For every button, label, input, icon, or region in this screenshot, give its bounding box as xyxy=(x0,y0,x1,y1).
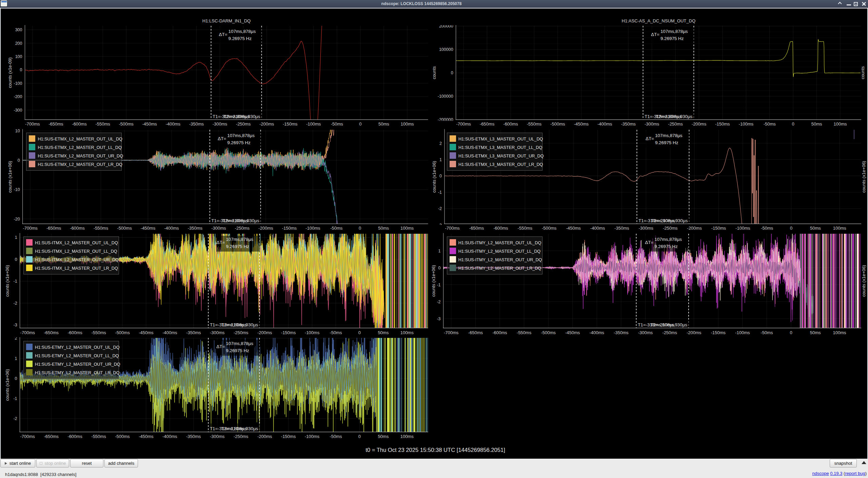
svg-text:-2: -2 xyxy=(438,206,442,211)
svg-text:counts (x1e+06): counts (x1e+06) xyxy=(5,369,10,401)
svg-text:0: 0 xyxy=(20,68,22,72)
svg-text:-650ms: -650ms xyxy=(46,226,61,231)
svg-text:-650ms: -650ms xyxy=(44,330,59,335)
svg-text:T2=-210ms,930µs: T2=-210ms,930µs xyxy=(656,114,693,119)
svg-text:-550ms: -550ms xyxy=(517,330,532,335)
svg-text:-20: -20 xyxy=(14,217,20,222)
svg-text:-150ms: -150ms xyxy=(711,330,726,335)
svg-text:-100ms: -100ms xyxy=(739,121,754,127)
svg-text:10: 10 xyxy=(15,129,20,133)
svg-text:-650ms: -650ms xyxy=(468,330,483,335)
svg-text:200: 200 xyxy=(15,41,22,46)
svg-text:-150ms: -150ms xyxy=(715,121,730,127)
svg-text:-400ms: -400ms xyxy=(166,121,181,127)
svg-text:H1:ASC-AS_A_DC_NSUM_OUT_DQ: H1:ASC-AS_A_DC_NSUM_OUT_DQ xyxy=(622,18,695,23)
svg-text:-700ms: -700ms xyxy=(456,121,471,127)
svg-text:-550ms: -550ms xyxy=(94,226,108,231)
svg-text:ΔT=: ΔT= xyxy=(216,344,225,349)
svg-text:50ms: 50ms xyxy=(810,226,821,231)
svg-text:-550ms: -550ms xyxy=(91,434,106,439)
svg-text:-300: -300 xyxy=(14,108,22,113)
svg-text:-200ms: -200ms xyxy=(258,226,273,231)
svg-text:0: 0 xyxy=(438,266,441,270)
svg-text:-50ms: -50ms xyxy=(764,121,776,127)
svg-text:-550ms: -550ms xyxy=(518,226,533,231)
svg-text:100ms: 100ms xyxy=(833,226,847,231)
svg-text:-600ms: -600ms xyxy=(493,226,508,231)
svg-text:-2: -2 xyxy=(13,301,17,306)
svg-text:100ms: 100ms xyxy=(834,121,847,127)
svg-text:-250ms: -250ms xyxy=(663,226,678,231)
svg-text:100ms: 100ms xyxy=(400,434,414,439)
svg-text:-450ms: -450ms xyxy=(139,434,154,439)
svg-text:-1: -1 xyxy=(13,279,17,284)
svg-text:-450ms: -450ms xyxy=(139,330,154,335)
svg-text:counts (x1e+06): counts (x1e+06) xyxy=(861,161,866,193)
svg-text:9.26975 Hz: 9.26975 Hz xyxy=(654,244,678,249)
svg-text:107ms,878µs: 107ms,878µs xyxy=(660,29,688,34)
svg-text:0: 0 xyxy=(792,121,794,127)
svg-text:-550ms: -550ms xyxy=(527,121,542,127)
svg-text:ΔT=: ΔT= xyxy=(651,32,659,37)
svg-text:50ms: 50ms xyxy=(378,226,389,231)
svg-text:0: 0 xyxy=(359,226,361,231)
svg-text:107ms,878µs: 107ms,878µs xyxy=(226,341,253,346)
svg-text:-150ms: -150ms xyxy=(283,121,298,127)
svg-text:-300ms: -300ms xyxy=(645,121,659,127)
svg-text:50ms: 50ms xyxy=(810,330,821,335)
svg-text:-500ms: -500ms xyxy=(542,226,557,231)
svg-text:-450ms: -450ms xyxy=(142,121,157,127)
svg-text:-1: -1 xyxy=(13,396,17,401)
svg-text:-150ms: -150ms xyxy=(281,330,296,335)
svg-text:-100ms: -100ms xyxy=(305,226,320,231)
svg-text:0: 0 xyxy=(451,71,453,75)
svg-text:100ms: 100ms xyxy=(833,330,847,335)
svg-text:-700ms: -700ms xyxy=(20,330,35,335)
svg-text:9.26975 Hz: 9.26975 Hz xyxy=(226,244,249,249)
svg-text:-200ms: -200ms xyxy=(687,330,702,335)
svg-text:-300ms: -300ms xyxy=(213,121,228,127)
svg-text:107ms,878µs: 107ms,878µs xyxy=(654,237,682,242)
svg-text:-350ms: -350ms xyxy=(186,434,201,439)
svg-text:-700ms: -700ms xyxy=(23,226,38,231)
svg-text:9.26975 Hz: 9.26975 Hz xyxy=(227,140,251,145)
svg-text:H1:LSC-DARM_IN1_DQ: H1:LSC-DARM_IN1_DQ xyxy=(202,18,251,23)
svg-text:107ms,878µs: 107ms,878µs xyxy=(655,133,683,138)
svg-text:-250ms: -250ms xyxy=(662,330,677,335)
svg-text:-400ms: -400ms xyxy=(590,226,605,231)
svg-text:-600ms: -600ms xyxy=(72,121,87,127)
svg-text:0: 0 xyxy=(15,257,17,262)
svg-text:-650ms: -650ms xyxy=(469,226,484,231)
svg-text:-150ms: -150ms xyxy=(282,226,297,231)
svg-text:-200ms: -200ms xyxy=(257,330,272,335)
svg-text:0: 0 xyxy=(359,121,361,127)
svg-text:-200ms: -200ms xyxy=(259,121,274,127)
svg-text:-450ms: -450ms xyxy=(141,226,156,231)
svg-text:-550ms: -550ms xyxy=(91,330,106,335)
svg-text:counts (x1e+06): counts (x1e+06) xyxy=(432,161,437,193)
svg-text:-450ms: -450ms xyxy=(566,226,581,231)
svg-text:-250ms: -250ms xyxy=(236,121,251,127)
svg-text:counts (x1e+06): counts (x1e+06) xyxy=(861,265,866,297)
svg-text:-100ms: -100ms xyxy=(735,226,750,231)
svg-text:0: 0 xyxy=(790,330,792,335)
svg-text:-400ms: -400ms xyxy=(164,226,179,231)
svg-text:t0 = Thu Oct 23 2025 15:50:38: t0 = Thu Oct 23 2025 15:50:38 UTC [14452… xyxy=(366,447,505,453)
svg-text:0: 0 xyxy=(790,226,792,231)
svg-text:-400ms: -400ms xyxy=(162,434,177,439)
svg-text:-50ms: -50ms xyxy=(330,226,343,231)
svg-text:-400ms: -400ms xyxy=(597,121,612,127)
svg-text:counts (x1e+06): counts (x1e+06) xyxy=(5,265,10,297)
svg-text:9.26975 Hz: 9.26975 Hz xyxy=(226,348,249,353)
svg-text:100000: 100000 xyxy=(439,47,453,52)
svg-text:-100ms: -100ms xyxy=(305,330,320,335)
svg-text:-700ms: -700ms xyxy=(445,226,460,231)
svg-text:-1: -1 xyxy=(438,190,442,195)
svg-text:-100ms: -100ms xyxy=(305,434,320,439)
svg-text:-550ms: -550ms xyxy=(95,121,110,127)
svg-text:300: 300 xyxy=(15,27,22,32)
svg-text:-500ms: -500ms xyxy=(115,434,130,439)
svg-text:-50ms: -50ms xyxy=(330,434,342,439)
svg-text:107ms,878µs: 107ms,878µs xyxy=(229,29,256,34)
svg-text:9.26975 Hz: 9.26975 Hz xyxy=(655,140,678,145)
